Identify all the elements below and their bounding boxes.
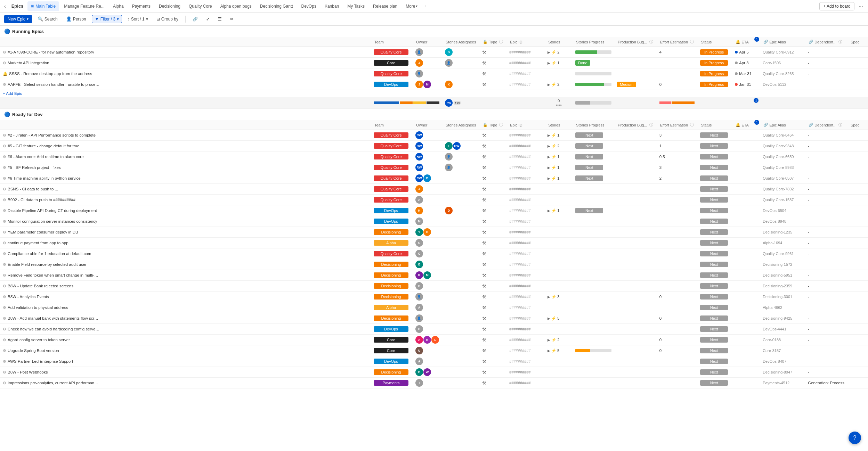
epic-name-cell[interactable]: ⚙ Add validation to physical address bbox=[0, 302, 371, 313]
epic-name-cell[interactable]: ⚙ #6 Time machine ability in python serv… bbox=[0, 173, 371, 184]
epic-name-cell[interactable]: ⚙ B8W - Post Webhooks bbox=[0, 367, 371, 378]
table-row[interactable]: ⚙ Remove Field token when smart change i… bbox=[0, 270, 868, 281]
table-row[interactable]: ⚙ Agard config server to token server Co… bbox=[0, 335, 868, 345]
epic-name-cell[interactable]: ⚙ #6 - Alarm core: Add realtime to alarm… bbox=[0, 151, 371, 162]
tab-release-plan[interactable]: Release plan bbox=[370, 1, 401, 11]
epic-name-cell[interactable]: ⚙ #5 - SF Refresh project - fixes bbox=[0, 162, 371, 173]
epic-name-cell[interactable]: ⚙ #5 - GIT feature - change default for … bbox=[0, 141, 371, 151]
epic-name-cell[interactable]: ⚙ Marketo API integration bbox=[0, 58, 371, 68]
tab-devops[interactable]: DevOps bbox=[298, 1, 320, 11]
add-to-board-button[interactable]: + Add to board bbox=[819, 2, 854, 10]
expand-icon[interactable]: ▶ bbox=[547, 177, 550, 180]
share-button[interactable]: ⤢ bbox=[203, 15, 212, 23]
filter-button[interactable]: ▼ Filter / 3 ▾ bbox=[92, 15, 122, 23]
tab-main-table[interactable]: ⊞ Main Table bbox=[27, 1, 59, 11]
epic-name-cell[interactable]: ⚙ AWS Partner Led Enterprise Support bbox=[0, 356, 371, 367]
epic-name-cell[interactable]: 🔔 SSSS - Remove desktop app from the add… bbox=[0, 68, 371, 79]
running-epics-toggle[interactable]: 🔵 bbox=[4, 28, 10, 34]
edit-button[interactable]: ✏ bbox=[227, 15, 236, 23]
tab-my-tasks[interactable]: My Tasks bbox=[344, 1, 368, 11]
tab-payments[interactable]: Payments bbox=[129, 1, 154, 11]
table-row[interactable]: ⚙ YEM parameter consumer deploy in DB De… bbox=[0, 227, 868, 238]
add-epic-button[interactable]: + Add Epic bbox=[0, 90, 868, 97]
expand-icon[interactable]: ▶ bbox=[547, 144, 550, 148]
table-row[interactable]: ⚙ B902 - CI data to push to ########## Q… bbox=[0, 195, 868, 205]
tab-alpha-open-bugs[interactable]: Alpha open bugs bbox=[217, 1, 255, 11]
table-row[interactable]: ⚙ Monitor configuration server instances… bbox=[0, 216, 868, 227]
table-row[interactable]: ⚙ Impressions pre-analytics, current API… bbox=[0, 378, 868, 388]
table-row[interactable]: ⚙ #6 - Alarm core: Add realtime to alarm… bbox=[0, 151, 868, 162]
tab-decisioning-gantt[interactable]: Decisioning Gantt bbox=[257, 1, 297, 11]
table-row[interactable]: ⚙ Marketo API integration Core J 👤 ⚒ bbox=[0, 58, 868, 68]
epic-name-cell[interactable]: ⚙ Disable Pipeline API During CT during … bbox=[0, 205, 371, 216]
epic-name-cell[interactable]: ⚙ YEM parameter consumer deploy in DB bbox=[0, 227, 371, 238]
epic-name-cell[interactable]: ⚙ Enable Field resource by selected audi… bbox=[0, 259, 371, 270]
expand-icon[interactable]: ▶ bbox=[547, 166, 550, 170]
expand-icon[interactable]: ▶ bbox=[547, 349, 550, 353]
ready-for-dev-toggle[interactable]: 🔵 bbox=[4, 112, 10, 117]
epic-name-cell[interactable]: ⚙ B8W - Update Bank rejected screens bbox=[0, 281, 371, 292]
table-row[interactable]: ⚙ Enable Field resource by selected audi… bbox=[0, 259, 868, 270]
table-row[interactable]: 🔔 SSSS - Remove desktop app from the add… bbox=[0, 68, 868, 79]
help-button[interactable]: ? bbox=[849, 432, 861, 444]
table-row[interactable]: ⚙ Add validation to physical address Alp… bbox=[0, 302, 868, 313]
expand-icon[interactable]: ▶ bbox=[547, 317, 550, 320]
epic-name-cell[interactable]: ⚙ Upgrade Spring Boot version bbox=[0, 345, 371, 356]
nav-back-button[interactable]: ‹ bbox=[3, 3, 7, 10]
expand-icon[interactable]: ▶ bbox=[547, 61, 550, 65]
search-button[interactable]: 🔍 Search bbox=[35, 15, 60, 23]
epic-name-cell[interactable]: ⚙ continue payment from app to app bbox=[0, 238, 371, 248]
epic-name-cell[interactable]: ⚙ Monitor configuration server instances… bbox=[0, 216, 371, 227]
tab-quality-core[interactable]: Quality Core bbox=[185, 1, 216, 11]
add-epic-row[interactable]: + Add Epic bbox=[0, 90, 868, 97]
new-epic-button[interactable]: New Epic ▾ bbox=[4, 15, 32, 23]
epic-name-cell[interactable]: ⚙ Agard config server to token server bbox=[0, 335, 371, 345]
table-row[interactable]: ⚙ continue payment from app to app Alpha… bbox=[0, 238, 868, 248]
tab-kanban[interactable]: Kanban bbox=[321, 1, 342, 11]
expand-icon[interactable]: ▶ bbox=[547, 50, 550, 54]
epic-name-cell[interactable]: ⚙ AAFFE - Select session handler - unabl… bbox=[0, 79, 371, 90]
table-row[interactable]: ⚙ AWS Partner Led Enterprise Support Dev… bbox=[0, 356, 868, 367]
expand-icon[interactable]: ▶ bbox=[547, 133, 550, 137]
table-row[interactable]: ⚙ Disable Pipeline API During CT during … bbox=[0, 205, 868, 216]
group-by-button[interactable]: ⊟ Group by bbox=[154, 15, 181, 23]
table-row[interactable]: ⚙ B8W - Update Bank rejected screens Dec… bbox=[0, 281, 868, 292]
expand-icon[interactable]: ▶ bbox=[547, 83, 550, 87]
epic-name-cell[interactable]: ⚙ Compliance able for 1 education at def… bbox=[0, 248, 371, 259]
tab-alpha[interactable]: Alpha bbox=[109, 1, 127, 11]
table-row[interactable]: ⚙ AAFFE - Select session handler - unabl… bbox=[0, 79, 868, 90]
table-row[interactable]: ⚙ #5 - GIT feature - change default for … bbox=[0, 141, 868, 151]
expand-icon[interactable]: ▶ bbox=[547, 338, 550, 342]
table-row[interactable]: ⚙ #6 Time machine ability in python serv… bbox=[0, 173, 868, 184]
expand-icon[interactable]: ▶ bbox=[547, 295, 550, 299]
person-filter-button[interactable]: 👤 Person bbox=[63, 15, 89, 23]
epic-name-cell[interactable]: ⚙ B902 - CI data to push to ########## bbox=[0, 195, 371, 205]
table-row[interactable]: ⚙ B8W - Add manual bank with statements … bbox=[0, 313, 868, 324]
epic-name-cell[interactable]: ⚙ Impressions pre-analytics, current API… bbox=[0, 378, 371, 388]
epic-name-cell[interactable]: ⚙ Remove Field token when smart change i… bbox=[0, 270, 371, 281]
epic-name-cell[interactable]: ⚙ B8W - Analytics Events bbox=[0, 292, 371, 302]
table-row[interactable]: ⚙ Compliance able for 1 education at def… bbox=[0, 248, 868, 259]
epic-name-cell[interactable]: ⚙ B8W - Add manual bank with statements … bbox=[0, 313, 371, 324]
table-row[interactable]: ⚙ #1-A7398-CORE - for new automation rep… bbox=[0, 47, 868, 58]
epic-name-cell[interactable]: ⚙ #1-A7398-CORE - for new automation rep… bbox=[0, 47, 371, 58]
expand-icon[interactable]: ▶ bbox=[547, 209, 550, 213]
table-row[interactable]: ⚙ B8W - Analytics Events Decisioning 👤 ⚒… bbox=[0, 292, 868, 302]
table-row[interactable]: ⚙ BSNS - CI data to push to ... Quality … bbox=[0, 184, 868, 195]
link-button[interactable]: 🔗 bbox=[190, 15, 201, 23]
epic-name-cell[interactable]: ⚙ #2 - Jiralen - API Performance scripts… bbox=[0, 130, 371, 141]
sort-button[interactable]: ↕ Sort / 1 ▾ bbox=[125, 15, 151, 23]
expand-icon[interactable]: ▶ bbox=[547, 155, 550, 159]
epic-name-cell[interactable]: ⚙ Check how we can avoid hardcoding conf… bbox=[0, 324, 371, 335]
table-row[interactable]: ⚙ #5 - SF Refresh project - fixes Qualit… bbox=[0, 162, 868, 173]
table-row[interactable]: ⚙ Upgrade Spring Boot version Core U ⚒ #… bbox=[0, 345, 868, 356]
add-tab-button[interactable]: + bbox=[422, 4, 428, 9]
epic-name-cell[interactable]: ⚙ BSNS - CI data to push to ... bbox=[0, 184, 371, 195]
table-row[interactable]: ⚙ Check how we can avoid hardcoding conf… bbox=[0, 324, 868, 335]
list-view-button[interactable]: ☰ bbox=[215, 15, 225, 23]
table-row[interactable]: ⚙ #2 - Jiralen - API Performance scripts… bbox=[0, 130, 868, 141]
tab-manage-feature[interactable]: Manage Feature Re... bbox=[60, 1, 108, 11]
table-row[interactable]: ⚙ B8W - Post Webhooks Decisioning B W ⚒ … bbox=[0, 367, 868, 378]
nav-more-dots[interactable]: ··· bbox=[857, 2, 865, 10]
tab-more[interactable]: More ▾ bbox=[402, 1, 421, 11]
